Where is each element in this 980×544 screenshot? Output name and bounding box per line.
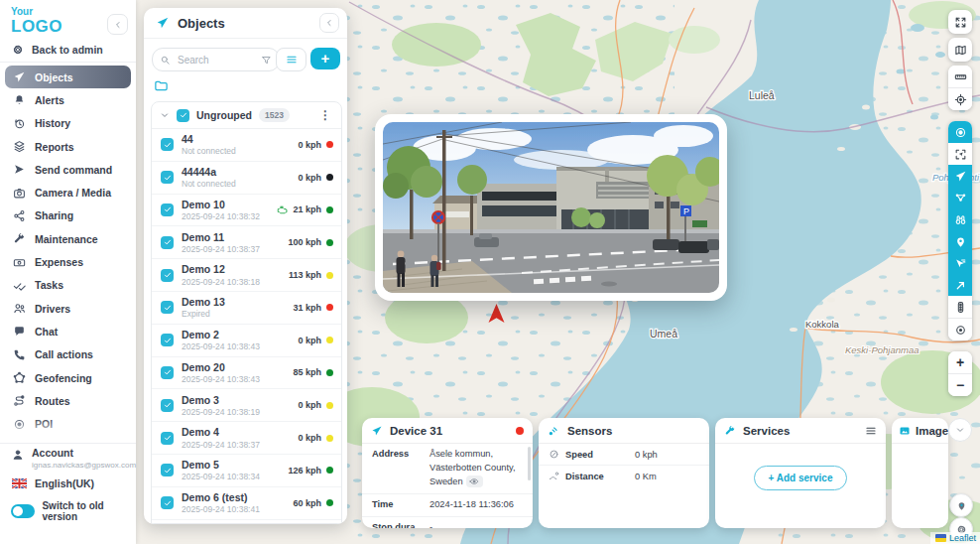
- object-checkbox[interactable]: [161, 334, 174, 346]
- sensor-icon: [549, 471, 559, 481]
- sidebar-menu: Objects Alerts History Reports Send comm…: [0, 66, 136, 436]
- object-status-text: Not connected: [182, 146, 290, 156]
- object-checkbox[interactable]: [161, 399, 174, 412]
- map-tool-button[interactable]: [948, 296, 972, 318]
- switch-old-version[interactable]: Switch to old version: [0, 500, 136, 522]
- object-checkbox[interactable]: [161, 464, 174, 476]
- map-tool-button[interactable]: [948, 318, 972, 340]
- ukraine-flag-icon: [935, 534, 946, 542]
- object-list-item[interactable]: Demo 11 2025-09-24 10:38:37 100 kph: [152, 226, 341, 259]
- map-tool-button[interactable]: [948, 87, 972, 110]
- device-details: Address Åsele kommun, Västerbotten Count…: [362, 444, 533, 528]
- map-tool-button[interactable]: [948, 208, 972, 230]
- eye-icon[interactable]: [466, 476, 483, 487]
- device-marker[interactable]: [488, 304, 505, 324]
- image-panel: Image: [892, 418, 948, 528]
- map-tool-button[interactable]: [948, 10, 972, 34]
- services-menu-button[interactable]: [865, 425, 877, 437]
- group-checkbox[interactable]: [177, 109, 189, 122]
- object-checkbox[interactable]: [161, 138, 174, 151]
- object-checkbox[interactable]: [161, 432, 174, 445]
- object-list-item[interactable]: Demo 2 2025-09-24 10:38:43 0 kph: [152, 325, 341, 357]
- zoom-in-button[interactable]: +: [948, 351, 972, 373]
- search-input[interactable]: [176, 54, 256, 67]
- sidebar-item[interactable]: Sharing: [0, 204, 136, 227]
- add-object-button[interactable]: +: [310, 48, 340, 69]
- object-checkbox[interactable]: [161, 301, 174, 314]
- object-checkbox[interactable]: [161, 366, 174, 379]
- add-service-button[interactable]: + Add service: [754, 466, 848, 490]
- map-toolbar-measure: [948, 66, 972, 110]
- map-tool-button[interactable]: [948, 66, 972, 87]
- object-list-item[interactable]: Demo 10 2025-09-24 10:38:32 21 kph: [152, 195, 341, 227]
- sidebar-item[interactable]: POI: [0, 412, 136, 435]
- sidebar-item[interactable]: Send command: [0, 158, 136, 181]
- map-tool-button[interactable]: [948, 121, 972, 143]
- object-checkbox[interactable]: [161, 269, 174, 282]
- language-selector[interactable]: English(UK): [0, 477, 94, 489]
- map-tool-button[interactable]: [948, 274, 972, 296]
- sidebar-item-icon: [13, 279, 26, 292]
- object-list-item[interactable]: Demo 3 2025-09-24 10:38:19 0 kph: [152, 389, 341, 422]
- sidebar-item-icon: [13, 348, 26, 361]
- sidebar-item[interactable]: Routes: [0, 389, 136, 412]
- filter-icon[interactable]: [261, 55, 272, 66]
- device-panel: Device 31 Address Åsele kommun, Västerbo…: [362, 418, 533, 528]
- objects-panel-collapse-button[interactable]: [319, 13, 339, 33]
- object-list-item[interactable]: Demo 5 2025-09-24 10:38:34 126 kph: [152, 455, 341, 487]
- sidebar-item[interactable]: Drivers: [0, 297, 136, 320]
- list-view-button[interactable]: [276, 48, 306, 71]
- check-icon: [164, 434, 172, 442]
- object-checkbox[interactable]: [161, 496, 174, 509]
- object-group-header[interactable]: Ungrouped 1523 ⋮: [152, 102, 341, 129]
- object-checkbox[interactable]: [161, 171, 174, 184]
- sidebar-item[interactable]: History: [0, 112, 136, 135]
- sidebar-item[interactable]: Maintenance: [0, 227, 136, 250]
- object-checkbox[interactable]: [161, 236, 174, 249]
- status-dot: [326, 141, 333, 148]
- sidebar-item[interactable]: Tasks: [0, 274, 136, 297]
- object-list-item[interactable]: Demo 12 2025-09-24 10:38:18 113 kph: [152, 259, 341, 292]
- check-icon: [164, 467, 172, 475]
- scrollbar[interactable]: [528, 447, 531, 480]
- map-tool-button[interactable]: [948, 165, 972, 187]
- chevron-down-icon[interactable]: [160, 110, 170, 120]
- sidebar-item-icon: [13, 93, 26, 106]
- sidebar-item[interactable]: Geofencing: [0, 366, 136, 389]
- app-logo[interactable]: Your LOGO: [11, 7, 62, 35]
- map-tool-button[interactable]: [948, 38, 972, 62]
- object-list-item[interactable]: 44 Not connected 0 kph: [152, 129, 341, 162]
- street-view-image[interactable]: P: [383, 122, 719, 293]
- map-tool-button[interactable]: [948, 143, 972, 165]
- object-list-item[interactable]: Demo 13 Expired 31 kph: [152, 292, 341, 325]
- bottom-panels-collapse-button[interactable]: [948, 418, 972, 442]
- map-tool-button[interactable]: [948, 230, 972, 252]
- sidebar-collapse-button[interactable]: [107, 14, 128, 35]
- sidebar-item[interactable]: Chat: [0, 320, 136, 342]
- map-tool-button[interactable]: [948, 252, 972, 274]
- back-to-admin-button[interactable]: Back to admin: [0, 40, 148, 60]
- search-box[interactable]: [152, 48, 280, 71]
- sidebar-item[interactable]: Call actions: [0, 343, 136, 366]
- sidebar-item[interactable]: Reports: [0, 135, 136, 158]
- map-tool-button[interactable]: [948, 187, 972, 208]
- groups-folder-button[interactable]: [154, 78, 169, 93]
- version-toggle[interactable]: [11, 504, 35, 518]
- object-list-item[interactable]: 44444a Not connected 0 kph: [152, 162, 341, 195]
- account-menu[interactable]: Account ignas.navickas@gpswox.com: [0, 447, 148, 470]
- object-list-item[interactable]: Demo 4 2025-09-24 10:38:37 0 kph: [152, 422, 341, 455]
- marker-pin-button[interactable]: [949, 493, 973, 517]
- map-attribution[interactable]: Leaflet: [930, 532, 980, 544]
- sensor-row: Speed 0 kph: [539, 444, 709, 466]
- sidebar-item[interactable]: Camera / Media: [0, 181, 136, 204]
- object-list-item[interactable]: Demo 6 (test) 2025-09-24 10:38:41 60 kph: [152, 487, 341, 520]
- object-name: Demo 3: [182, 394, 290, 406]
- sidebar-item[interactable]: Objects: [5, 66, 131, 88]
- object-list-item[interactable]: Demo 20 2025-09-24 10:38:43 85 kph: [152, 357, 341, 390]
- object-checkbox[interactable]: [161, 204, 174, 216]
- sidebar-item[interactable]: Alerts: [0, 88, 136, 111]
- zoom-out-button[interactable]: −: [948, 373, 972, 396]
- object-list-item[interactable]: Demo 7 2025-09-24 10:38:15 11 kph: [152, 520, 341, 524]
- sidebar-item[interactable]: Expenses: [0, 250, 136, 273]
- group-menu-button[interactable]: ⋮: [315, 108, 335, 122]
